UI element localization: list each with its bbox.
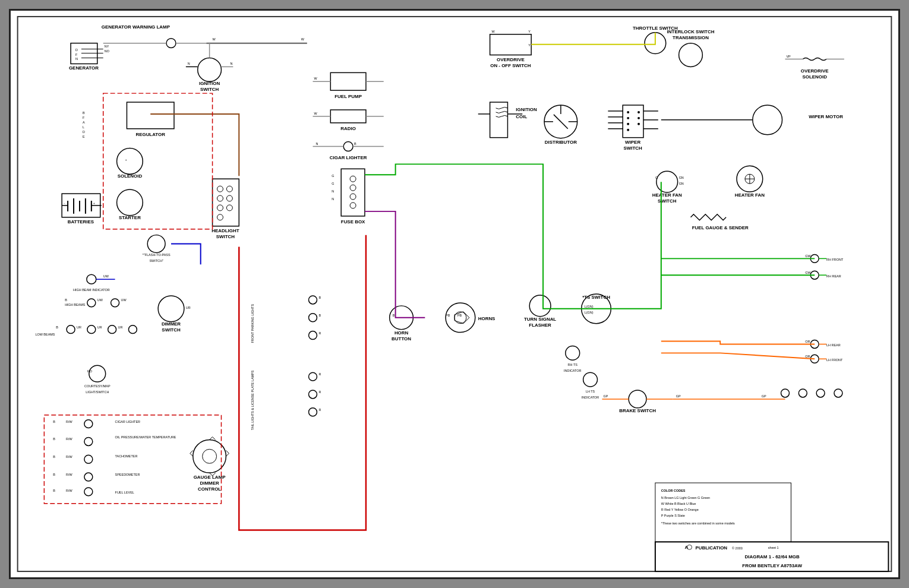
svg-point-69 — [128, 325, 137, 334]
svg-text:B: B — [53, 473, 55, 476]
svg-text:UR: UR — [97, 325, 102, 329]
svg-text:RH TS: RH TS — [568, 363, 578, 366]
svg-text:L(GN): L(GN) — [585, 311, 594, 314]
svg-text:OIL PRESSURE/WATER TEMPERATURE: OIL PRESSURE/WATER TEMPERATURE — [115, 435, 176, 439]
svg-text:LOW BEAMS: LOW BEAMS — [35, 333, 55, 336]
svg-point-36 — [117, 148, 143, 175]
heater-fan: HEATER FAN — [735, 166, 765, 198]
svg-text:B: B — [53, 437, 55, 441]
svg-text:LH FRONT: LH FRONT — [826, 358, 843, 362]
svg-text:RADIO: RADIO — [340, 126, 356, 131]
svg-text:-: - — [64, 201, 65, 205]
svg-point-233 — [84, 473, 93, 481]
svg-text:TURN SIGNAL: TURN SIGNAL — [524, 317, 556, 322]
svg-text:PB: PB — [446, 314, 450, 317]
svg-text:DIAGRAM 1 - 62/64 MGB: DIAGRAM 1 - 62/64 MGB — [745, 554, 800, 559]
svg-point-154 — [656, 171, 678, 192]
svg-text:IGNITION: IGNITION — [199, 81, 220, 86]
svg-text:G: G — [332, 174, 334, 178]
svg-text:N: N — [75, 57, 78, 61]
svg-text:D: D — [75, 48, 78, 52]
svg-text:SWITCH: SWITCH — [623, 146, 642, 151]
svg-text:B: B — [56, 325, 58, 329]
svg-text:B: B — [318, 314, 321, 317]
svg-text:R  Red       Y   Yellow       : R Red Y Yellow O Orange — [661, 508, 699, 511]
svg-text:UR: UR — [77, 325, 81, 329]
svg-point-213 — [309, 314, 317, 322]
svg-text:*TS SWITCH: *TS SWITCH — [582, 295, 610, 300]
svg-text:ON - OFF SWITCH: ON - OFF SWITCH — [490, 63, 531, 68]
color-codes-legend: COLOR CODES N Brown LG Light Green G Gre… — [655, 483, 791, 542]
svg-text:B: B — [354, 142, 356, 146]
svg-rect-28 — [127, 102, 174, 129]
svg-point-60 — [87, 299, 96, 307]
svg-point-173 — [566, 346, 580, 360]
svg-text:CIGAR LIGHTER: CIGAR LIGHTER — [330, 155, 367, 160]
svg-text:GP: GP — [676, 394, 681, 398]
svg-point-98 — [343, 142, 353, 151]
svg-point-279 — [781, 389, 790, 397]
svg-point-52 — [147, 235, 165, 253]
wiring-diagram: GENERATOR D F N NY NO GENERATOR WARNING … — [9, 9, 900, 579]
svg-text:RO: RO — [87, 369, 92, 373]
svg-text:HORN: HORN — [394, 330, 409, 336]
svg-point-133 — [637, 117, 640, 119]
svg-text:WIPER: WIPER — [625, 140, 640, 145]
svg-text:RH FRONT: RH FRONT — [826, 258, 844, 261]
svg-text:B: B — [393, 314, 395, 317]
svg-text:*These two switches are combin: *These two switches are combined in some… — [661, 521, 735, 525]
svg-text:sheet 1: sheet 1 — [768, 546, 779, 549]
svg-text:LIGHT/SWITCH: LIGHT/SWITCH — [86, 390, 109, 394]
svg-point-68 — [108, 325, 116, 334]
svg-text:B: B — [318, 296, 321, 299]
svg-point-129 — [627, 117, 629, 119]
svg-point-221 — [309, 408, 317, 416]
svg-point-20 — [198, 58, 222, 82]
svg-text:SWITCH": SWITCH" — [149, 259, 163, 263]
svg-text:G: G — [655, 176, 658, 179]
svg-point-132 — [637, 111, 640, 113]
svg-point-231 — [84, 437, 93, 445]
svg-text:GW: GW — [805, 271, 811, 274]
svg-text:OVERDRIVE: OVERDRIVE — [497, 57, 525, 62]
svg-rect-93 — [330, 110, 366, 123]
svg-text:R: R — [318, 408, 321, 412]
svg-point-13 — [166, 39, 176, 48]
svg-text:GN: GN — [679, 176, 684, 179]
svg-text:NY: NY — [105, 45, 109, 48]
svg-text:SOLENOID: SOLENOID — [802, 74, 827, 80]
svg-text:*"FLASH-TO-PASS: *"FLASH-TO-PASS — [143, 253, 171, 257]
svg-rect-88 — [330, 72, 366, 90]
wiper-switch: WIPER SWITCH — [623, 105, 643, 151]
svg-text:OR: OR — [805, 340, 810, 343]
svg-text:SWITCH: SWITCH — [162, 327, 181, 333]
svg-text:FUSE BOX: FUSE BOX — [341, 219, 365, 225]
svg-point-146 — [679, 43, 703, 67]
headlight-switch: HEADLIGHT SWITCH — [212, 179, 239, 239]
svg-text:FROM BENTLEY A8753AW: FROM BENTLEY A8753AW — [742, 563, 802, 568]
svg-text:R/W: R/W — [66, 437, 72, 441]
svg-text:CONTROL: CONTROL — [198, 486, 221, 492]
svg-text:Y: Y — [528, 43, 531, 47]
svg-point-281 — [816, 389, 825, 397]
svg-point-130 — [627, 123, 629, 125]
svg-point-220 — [309, 390, 317, 399]
svg-text:BRAKE SWITCH: BRAKE SWITCH — [619, 408, 656, 413]
svg-point-280 — [798, 389, 807, 397]
svg-text:SPEEDOMETER: SPEEDOMETER — [115, 473, 140, 476]
svg-point-61 — [111, 299, 119, 307]
svg-text:INDICATOR: INDICATOR — [564, 369, 582, 372]
svg-point-128 — [627, 111, 629, 113]
svg-text:B: B — [83, 111, 85, 115]
svg-text:+: + — [125, 158, 127, 162]
svg-point-282 — [834, 389, 842, 397]
svg-rect-78 — [213, 179, 239, 226]
svg-text:TRANSMISSION: TRANSMISSION — [673, 35, 709, 40]
svg-text:L: L — [83, 125, 84, 129]
svg-text:W: W — [213, 37, 216, 41]
svg-point-134 — [637, 123, 640, 125]
svg-text:L(GN): L(GN) — [585, 305, 594, 308]
svg-rect-125 — [623, 105, 643, 138]
svg-text:UW: UW — [97, 298, 103, 302]
svg-point-131 — [627, 129, 629, 131]
